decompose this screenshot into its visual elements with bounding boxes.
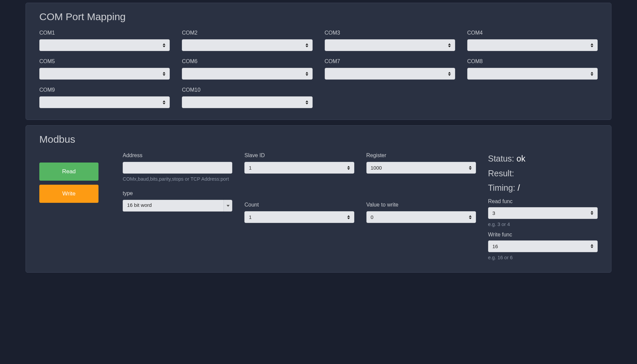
write-button[interactable]: Write bbox=[39, 185, 98, 203]
com-port-label: COM3 bbox=[325, 30, 455, 36]
slave-id-input[interactable] bbox=[244, 162, 354, 174]
com-port-field: COM8 bbox=[467, 58, 598, 80]
count-label: Count bbox=[244, 202, 354, 208]
modbus-status-column: Status: ok Result: Timing: / Read func bbox=[488, 152, 598, 261]
com-port-input[interactable] bbox=[467, 68, 598, 80]
count-input[interactable] bbox=[244, 211, 354, 223]
slave-id-label: Slave ID bbox=[244, 152, 354, 158]
com-port-field: COM2 bbox=[182, 30, 312, 51]
value-to-write-label: Value to write bbox=[366, 202, 476, 208]
com-port-label: COM8 bbox=[467, 58, 598, 64]
status-label: Status: bbox=[488, 154, 514, 163]
read-button[interactable]: Read bbox=[39, 163, 98, 181]
com-port-input[interactable] bbox=[467, 39, 598, 51]
type-select[interactable]: 16 bit word bbox=[123, 200, 232, 212]
result-label: Result: bbox=[488, 169, 514, 178]
write-func-label: Write func bbox=[488, 232, 598, 238]
value-to-write-input[interactable] bbox=[366, 211, 476, 223]
modbus-card: Modbus Read Write Address COMx,baud,bits… bbox=[26, 125, 611, 273]
com-port-label: COM9 bbox=[39, 87, 170, 93]
status-line: Status: ok bbox=[488, 152, 598, 165]
com-port-label: COM4 bbox=[467, 30, 598, 36]
com-port-field: COM7 bbox=[325, 58, 455, 80]
com-port-label: COM6 bbox=[182, 58, 312, 64]
read-func-label: Read func bbox=[488, 198, 598, 204]
com-port-input[interactable] bbox=[325, 68, 455, 80]
timing-label: Timing: bbox=[488, 183, 515, 192]
modbus-section-title: Modbus bbox=[39, 134, 598, 145]
status-value: ok bbox=[517, 154, 525, 163]
com-port-field: COM9 bbox=[39, 87, 170, 108]
read-func-help: e.g. 3 or 4 bbox=[488, 221, 598, 228]
timing-line: Timing: / bbox=[488, 182, 598, 194]
com-port-label: COM7 bbox=[325, 58, 455, 64]
com-port-field: COM10 bbox=[182, 87, 312, 108]
com-port-field: COM1 bbox=[39, 30, 170, 51]
com-port-mapping-card: COM Port Mapping COM1COM2COM3COM4COM5COM… bbox=[26, 3, 611, 120]
address-input[interactable] bbox=[123, 162, 232, 174]
com-port-input[interactable] bbox=[39, 96, 170, 108]
address-label: Address bbox=[123, 152, 232, 158]
com-port-field: COM4 bbox=[467, 30, 598, 51]
register-input[interactable] bbox=[366, 162, 476, 174]
com-port-input[interactable] bbox=[182, 68, 312, 80]
register-label: Register bbox=[366, 152, 476, 158]
modbus-col-2: Slave ID Count bbox=[244, 152, 354, 223]
com-port-input[interactable] bbox=[182, 96, 312, 108]
modbus-col-3: Register Value to write bbox=[366, 152, 476, 223]
type-label: type bbox=[123, 190, 232, 196]
com-port-label: COM5 bbox=[39, 58, 170, 64]
com-port-field: COM5 bbox=[39, 58, 170, 80]
modbus-col-1: Address COMx,baud,bits,parity,stops or T… bbox=[123, 152, 232, 212]
com-port-input[interactable] bbox=[39, 39, 170, 51]
com-port-label: COM10 bbox=[182, 87, 312, 93]
type-select-value: 16 bit word bbox=[123, 200, 224, 212]
com-port-label: COM1 bbox=[39, 30, 170, 36]
modbus-button-column: Read Write bbox=[39, 152, 111, 207]
com-port-field: COM6 bbox=[182, 58, 312, 80]
com-port-label: COM2 bbox=[182, 30, 312, 36]
timing-value: / bbox=[518, 183, 520, 192]
com-port-input[interactable] bbox=[325, 39, 455, 51]
address-help-text: COMx,baud,bits,parity,stops or TCP Addre… bbox=[123, 176, 232, 182]
com-port-field: COM3 bbox=[325, 30, 455, 51]
chevron-down-icon bbox=[224, 200, 232, 212]
com-port-input[interactable] bbox=[39, 68, 170, 80]
write-func-help: e.g. 16 or 6 bbox=[488, 254, 598, 261]
result-line: Result: bbox=[488, 167, 598, 180]
com-port-input[interactable] bbox=[182, 39, 312, 51]
com-section-title: COM Port Mapping bbox=[39, 11, 598, 22]
read-func-input[interactable] bbox=[488, 207, 598, 219]
write-func-input[interactable] bbox=[488, 240, 598, 252]
